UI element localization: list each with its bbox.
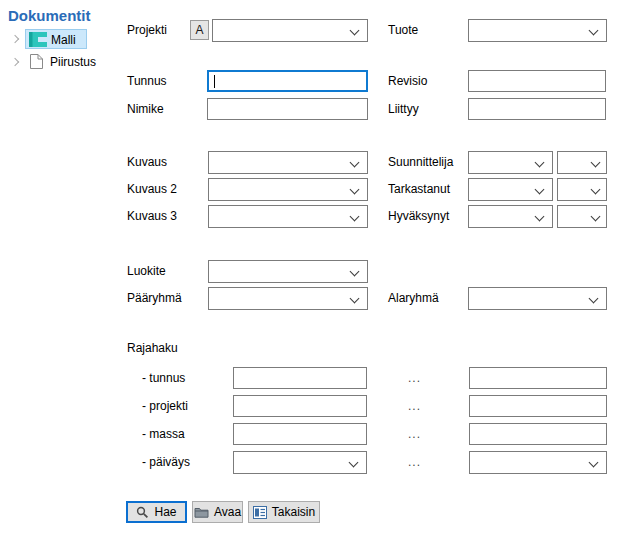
rajahaku-massa-max-input[interactable] (469, 423, 607, 445)
tree-item-label: Malli (51, 30, 76, 50)
rajahaku-tunnus-max-input[interactable] (469, 367, 607, 389)
tree-item-piirustus[interactable]: Piirustus (25, 52, 105, 72)
model-icon (29, 32, 47, 47)
rajahaku-paivays-max-combobox[interactable] (469, 451, 607, 474)
range-separator: ... (408, 367, 421, 390)
rajahaku-projekti-max-input[interactable] (469, 395, 607, 417)
paaryhma-label: Pääryhmä (127, 287, 182, 310)
kuvaus2-combobox[interactable] (208, 178, 368, 201)
search-icon (136, 506, 149, 519)
chevron-down-icon (350, 185, 360, 195)
avaa-button[interactable]: Avaa (192, 501, 243, 523)
expander-chevron-icon[interactable] (11, 58, 19, 66)
revisio-input[interactable] (468, 70, 606, 92)
tunnus-label: Tunnus (127, 70, 167, 93)
alaryhma-combobox[interactable] (468, 287, 607, 310)
details-list-icon (253, 506, 267, 519)
rajahaku-tunnus-min-input[interactable] (233, 367, 367, 389)
chevron-down-icon (591, 185, 601, 195)
chevron-down-icon (591, 212, 601, 222)
luokite-combobox[interactable] (208, 260, 368, 283)
rajahaku-title: Rajahaku (127, 337, 178, 360)
rajahaku-projekti-min-input[interactable] (233, 395, 367, 417)
hyvaksynyt-combobox-1[interactable] (468, 205, 553, 228)
kuvaus3-combobox[interactable] (208, 205, 368, 228)
liittyy-input[interactable] (468, 98, 606, 120)
range-separator: ... (408, 451, 421, 474)
projekti-combobox[interactable] (212, 19, 368, 42)
range-separator: ... (408, 395, 421, 418)
suunnittelija-combobox-1[interactable] (468, 151, 553, 174)
tree-item-label: Piirustus (50, 52, 96, 72)
takaisin-button[interactable]: Takaisin (248, 501, 320, 523)
chevron-down-icon (535, 185, 545, 195)
chevron-down-icon (589, 458, 599, 468)
chevron-down-icon (350, 267, 360, 277)
chevron-down-icon (591, 158, 601, 168)
drawing-icon (29, 53, 44, 70)
chevron-down-icon (350, 212, 360, 222)
revisio-label: Revisio (388, 70, 427, 93)
range-separator: ... (408, 423, 421, 446)
tunnus-input[interactable] (207, 70, 368, 92)
suunnittelija-combobox-2[interactable] (557, 151, 607, 174)
chevron-down-icon (535, 212, 545, 222)
panel-title: Dokumentit (8, 7, 91, 24)
projekti-label: Projekti (127, 19, 167, 42)
kuvaus-combobox[interactable] (208, 151, 368, 174)
rajahaku-projekti-label: - projekti (142, 395, 188, 418)
projekti-a-button[interactable]: A (190, 20, 209, 40)
liittyy-label: Liittyy (388, 98, 419, 121)
tree-item-malli[interactable]: Malli (25, 29, 87, 49)
nimike-label: Nimike (127, 98, 164, 121)
button-label: Hae (154, 505, 176, 519)
chevron-down-icon (350, 26, 360, 36)
chevron-down-icon (350, 294, 360, 304)
rajahaku-paivays-min-combobox[interactable] (233, 451, 367, 474)
chevron-down-icon (349, 458, 359, 468)
tarkastanut-combobox-2[interactable] (557, 178, 607, 201)
kuvaus-label: Kuvaus (127, 151, 167, 174)
expander-chevron-icon[interactable] (11, 35, 19, 43)
chevron-down-icon (535, 158, 545, 168)
tarkastanut-combobox-1[interactable] (468, 178, 553, 201)
luokite-label: Luokite (127, 260, 166, 283)
nimike-input[interactable] (207, 98, 368, 120)
chevron-down-icon (589, 26, 599, 36)
chevron-down-icon (350, 158, 360, 168)
hyvaksynyt-combobox-2[interactable] (557, 205, 607, 228)
kuvaus3-label: Kuvaus 3 (127, 205, 177, 228)
paaryhma-combobox[interactable] (208, 287, 368, 310)
button-label: Takaisin (272, 505, 315, 519)
hae-button[interactable]: Hae (126, 501, 187, 523)
text-caret (214, 75, 215, 88)
tarkastanut-label: Tarkastanut (388, 178, 450, 201)
suunnittelija-label: Suunnittelija (388, 151, 453, 174)
kuvaus2-label: Kuvaus 2 (127, 178, 177, 201)
rajahaku-massa-min-input[interactable] (233, 423, 367, 445)
tuote-combobox[interactable] (468, 19, 607, 42)
alaryhma-label: Alaryhmä (388, 287, 439, 310)
rajahaku-tunnus-label: - tunnus (142, 367, 185, 390)
hyvaksynyt-label: Hyväksynyt (388, 205, 449, 228)
tuote-label: Tuote (388, 19, 418, 42)
rajahaku-massa-label: - massa (142, 423, 185, 446)
button-label: Avaa (214, 505, 241, 519)
folder-open-icon (194, 506, 209, 518)
chevron-down-icon (589, 294, 599, 304)
rajahaku-paivays-label: - päiväys (142, 451, 190, 474)
